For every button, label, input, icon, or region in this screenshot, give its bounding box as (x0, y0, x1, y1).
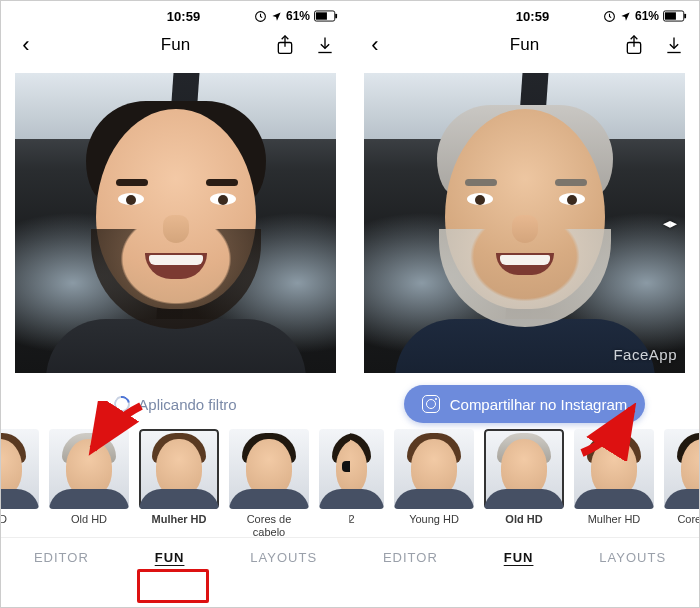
battery-icon (314, 10, 338, 22)
tab-layouts[interactable]: LAYOUTS (589, 546, 676, 569)
main-photo[interactable]: FaceApp ◂▸ (364, 73, 685, 373)
filter-label: od 2 (350, 513, 384, 537)
main-photo[interactable] (15, 73, 336, 373)
status-text: Aplicando filtro (138, 396, 236, 413)
tab-editor[interactable]: EDITOR (373, 546, 448, 569)
svg-rect-9 (684, 14, 686, 19)
nav-bar: ‹ Fun (1, 27, 350, 63)
filter-label: Young HD (394, 513, 474, 537)
filter-item[interactable]: od 2 (350, 429, 384, 537)
download-icon[interactable] (314, 34, 336, 56)
share-icon[interactable] (274, 34, 296, 56)
share-instagram-button[interactable]: Compartilhar no Instagram (404, 385, 646, 423)
share-icon[interactable] (623, 34, 645, 56)
spinner-icon (111, 393, 133, 415)
instagram-icon (422, 395, 440, 413)
filter-label: Old HD (484, 513, 564, 537)
orientation-lock-icon (254, 10, 267, 23)
status-time: 10:59 (167, 9, 200, 24)
filter-strip[interactable]: HD Old HD Mulher HD Cores de cabelo Esti… (1, 429, 350, 537)
tab-layouts[interactable]: LAYOUTS (240, 546, 327, 569)
filter-item[interactable]: HD (1, 429, 39, 537)
filter-strip[interactable]: od 2 Young HD Old HD Mulher HD Cores de … (350, 429, 699, 537)
filter-label: Old HD (49, 513, 129, 537)
share-label: Compartilhar no Instagram (450, 396, 628, 413)
download-icon[interactable] (663, 34, 685, 56)
status-row: Aplicando filtro (1, 379, 350, 429)
svg-rect-3 (335, 14, 337, 19)
location-icon (271, 11, 282, 22)
back-button[interactable]: ‹ (15, 34, 37, 56)
compare-icon[interactable]: ◂▸ (659, 212, 681, 234)
filter-label: Cores de c (664, 513, 699, 537)
filter-label: HD (1, 513, 39, 537)
filter-item[interactable]: Cores de c (664, 429, 699, 537)
filter-item-mulher-hd[interactable]: Mulher HD (574, 429, 654, 537)
status-bar: 10:59 61% (350, 1, 699, 27)
filter-label: Mulher HD (574, 513, 654, 537)
filter-label: Estil (319, 513, 350, 537)
status-time: 10:59 (516, 9, 549, 24)
battery-icon (663, 10, 687, 22)
status-right: 61% (254, 9, 338, 23)
nav-bar: ‹ Fun (350, 27, 699, 63)
watermark: FaceApp (613, 346, 677, 363)
tab-fun[interactable]: FUN (494, 546, 544, 569)
filter-item-mulher-hd[interactable]: Mulher HD (139, 429, 219, 537)
battery-pct: 61% (286, 9, 310, 23)
bottom-tabs: EDITOR FUN LAYOUTS (1, 537, 350, 577)
filter-item-old-hd[interactable]: Old HD (49, 429, 129, 537)
filter-item-young-hd[interactable]: Young HD (394, 429, 474, 537)
filter-item[interactable]: Estil (319, 429, 350, 537)
filter-label: Cores de cabelo (229, 513, 309, 537)
svg-rect-8 (665, 12, 676, 19)
phone-right: 10:59 61% ‹ Fun (350, 1, 699, 607)
status-bar: 10:59 61% (1, 1, 350, 27)
back-button[interactable]: ‹ (364, 34, 386, 56)
tab-editor[interactable]: EDITOR (24, 546, 99, 569)
filter-label: Mulher HD (139, 513, 219, 537)
filter-item-old-hd[interactable]: Old HD (484, 429, 564, 537)
share-row: Compartilhar no Instagram (350, 379, 699, 429)
location-icon (620, 11, 631, 22)
svg-rect-2 (316, 12, 327, 19)
bottom-tabs: EDITOR FUN LAYOUTS (350, 537, 699, 577)
phone-left: 10:59 61% ‹ Fun (1, 1, 350, 607)
battery-pct: 61% (635, 9, 659, 23)
orientation-lock-icon (603, 10, 616, 23)
status-right: 61% (603, 9, 687, 23)
tab-fun[interactable]: FUN (145, 546, 195, 569)
filter-item-cores[interactable]: Cores de cabelo (229, 429, 309, 537)
